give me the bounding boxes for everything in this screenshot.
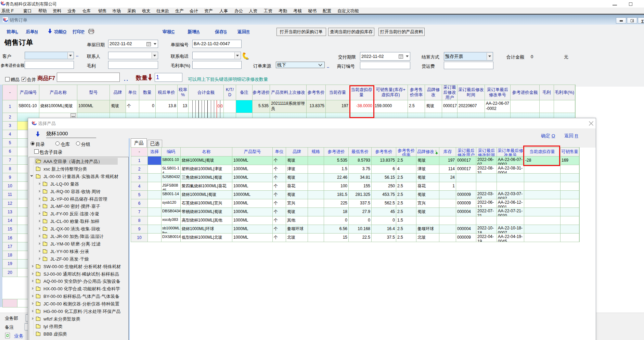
svg-text:1: 1 bbox=[435, 150, 437, 152]
